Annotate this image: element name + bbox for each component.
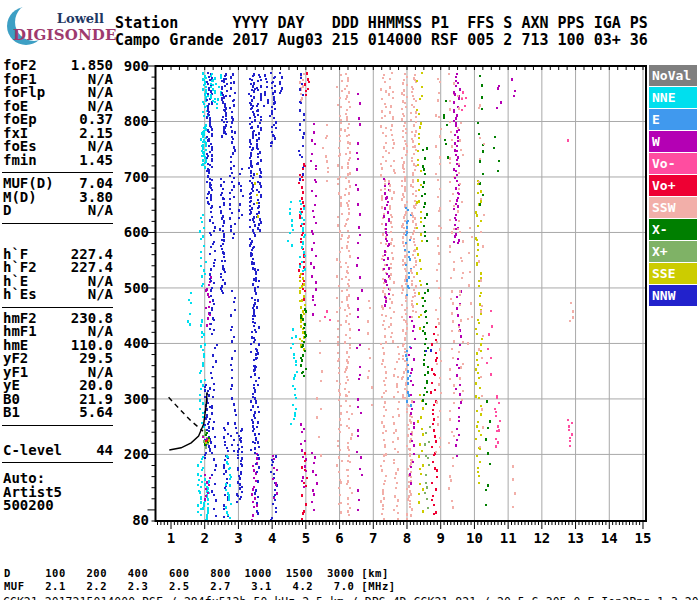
legend-item-nnw: NNW xyxy=(649,285,697,306)
svg-text:8: 8 xyxy=(403,530,411,546)
svg-text:1: 1 xyxy=(167,530,175,546)
svg-text:3: 3 xyxy=(234,530,242,546)
svg-text:7: 7 xyxy=(369,530,377,546)
svg-text:600: 600 xyxy=(124,224,149,240)
svg-text:500: 500 xyxy=(124,280,149,296)
svg-text:9: 9 xyxy=(436,530,444,546)
artist-model-trace xyxy=(169,397,203,431)
svg-text:4: 4 xyxy=(268,530,276,546)
artist-hF-trace xyxy=(169,392,207,450)
svg-text:900: 900 xyxy=(124,58,149,74)
legend-item-w: W xyxy=(649,131,697,152)
muf-row: MUF 2.1 2.2 2.3 2.5 2.7 3.1 4.2 7.0 [MHz… xyxy=(4,580,396,592)
legend-item-x+: X+ xyxy=(649,241,697,262)
svg-text:2: 2 xyxy=(200,530,208,546)
legend-item-sse: SSE xyxy=(649,263,697,284)
svg-text:6: 6 xyxy=(335,530,343,546)
svg-text:300: 300 xyxy=(124,391,149,407)
svg-text:400: 400 xyxy=(124,335,149,351)
legend-item-nne: NNE xyxy=(649,87,697,108)
svg-text:80: 80 xyxy=(132,512,149,528)
ionogram-svg: 1234567891011121314159008007006005004003… xyxy=(0,0,700,600)
svg-text:15: 15 xyxy=(635,530,652,546)
digisonde-ionogram-window: { "logo": { "line1": "Lowell", "line2": … xyxy=(0,0,700,600)
ionogram-plot: 1234567891011121314159008007006005004003… xyxy=(0,0,700,600)
legend-item-vo-: Vo- xyxy=(649,153,697,174)
svg-text:700: 700 xyxy=(124,169,149,185)
svg-text:5: 5 xyxy=(302,530,310,546)
legend-item-e: E xyxy=(649,109,697,130)
distance-row: D 100 200 400 600 800 1000 1500 3000 [km… xyxy=(4,567,389,579)
svg-text:13: 13 xyxy=(567,530,584,546)
svg-text:11: 11 xyxy=(500,530,517,546)
status-line: CGK21_2017215014000.RSF / 284fx512h 50 k… xyxy=(3,595,699,600)
legend-item-vo+: Vo+ xyxy=(649,175,697,196)
svg-text:200: 200 xyxy=(124,446,149,462)
legend-item-x-: X- xyxy=(649,219,697,240)
svg-text:10: 10 xyxy=(466,530,483,546)
svg-text:12: 12 xyxy=(533,530,550,546)
echo-status-legend: NoValNNEEWVo-Vo+SSWX-X+SSENNW xyxy=(649,65,697,307)
svg-text:14: 14 xyxy=(601,530,618,546)
legend-item-noval: NoVal xyxy=(649,65,697,86)
svg-text:800: 800 xyxy=(124,113,149,129)
legend-item-ssw: SSW xyxy=(649,197,697,218)
